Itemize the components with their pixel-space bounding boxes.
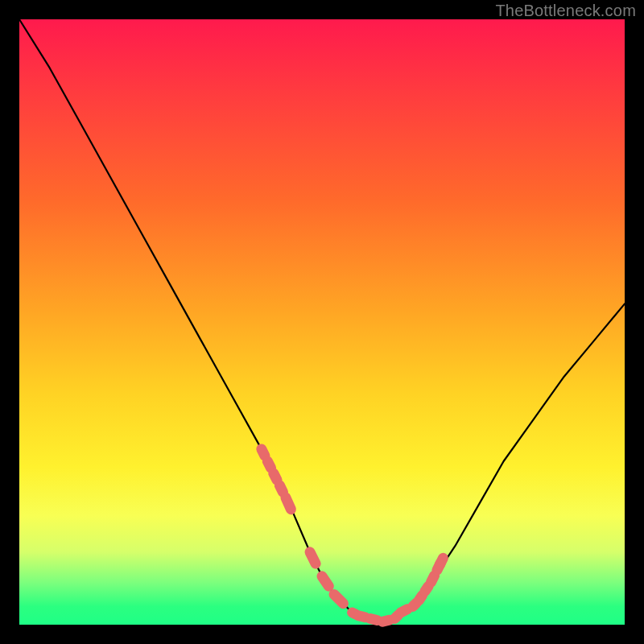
marker-pill — [334, 594, 343, 603]
watermark-text: TheBottleneck.com — [495, 2, 636, 20]
marker-pill — [274, 473, 277, 480]
marker-pill — [310, 552, 316, 564]
marker-pill — [267, 461, 270, 468]
marker-pill — [431, 576, 434, 582]
bottleneck-curve — [19, 19, 625, 621]
marker-pill — [322, 576, 328, 586]
marker-pill — [382, 620, 389, 621]
marker-pill — [286, 497, 291, 510]
marker-pill — [262, 449, 265, 456]
optimal-range-markers — [262, 449, 444, 621]
marker-pill — [419, 596, 422, 601]
chart-frame: TheBottleneck.com — [0, 0, 644, 644]
marker-pill — [440, 558, 443, 564]
marker-pill — [279, 485, 283, 492]
marker-pill — [425, 586, 428, 591]
marker-pill — [401, 609, 407, 613]
marker-pill — [358, 616, 365, 617]
marker-pill — [370, 619, 377, 621]
plot-area — [19, 19, 625, 625]
curve-svg — [19, 19, 625, 625]
